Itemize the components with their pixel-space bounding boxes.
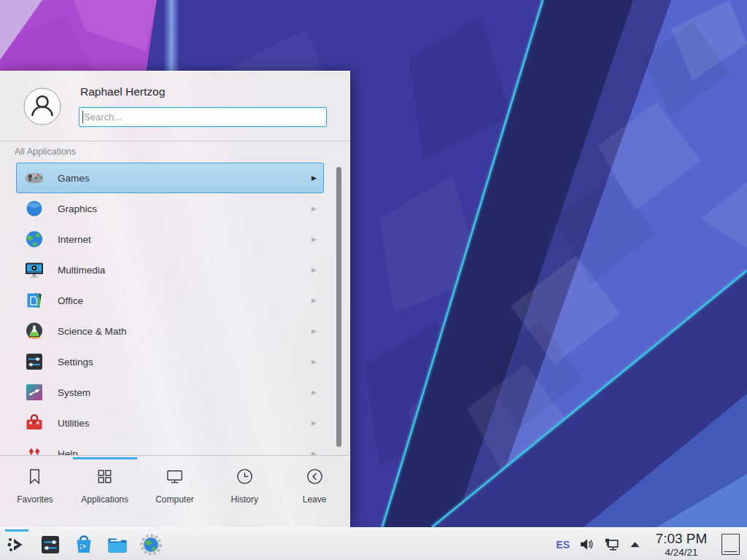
discover-icon [73, 534, 95, 556]
dolphin-icon [107, 534, 128, 556]
menu-item-office[interactable]: Office ▶ [16, 285, 324, 316]
taskbar-file-manager-button[interactable] [105, 532, 130, 557]
taskbar-application-launcher-button[interactable] [4, 532, 29, 557]
taskbar-web-browser-button[interactable] [139, 532, 163, 557]
favorites-icon [25, 467, 44, 489]
science-icon [24, 321, 44, 341]
submenu-arrow-icon: ▶ [311, 205, 317, 212]
menu-item-help[interactable]: Help ▶ [16, 438, 324, 456]
applications-icon [95, 467, 115, 489]
user-name: Raphael Hertzog [80, 85, 165, 98]
submenu-arrow-icon: ▶ [311, 266, 317, 273]
clock[interactable]: 7:03 PM 4/24/21 [650, 532, 713, 558]
submenu-arrow-icon: ▶ [311, 327, 317, 335]
search-input[interactable] [79, 107, 327, 127]
help-icon [24, 443, 44, 456]
history-icon [235, 467, 255, 489]
office-icon [24, 290, 44, 311]
tab-label: Applications [81, 494, 128, 505]
utilities-icon [24, 413, 44, 433]
menu-item-games[interactable]: Games ▶ [16, 163, 324, 193]
show-desktop-button[interactable] [721, 534, 740, 555]
computer-icon [165, 467, 185, 489]
user-avatar-icon [23, 88, 61, 125]
clock-date: 4/24/21 [650, 548, 713, 558]
taskbar: ES [0, 527, 747, 560]
settings-icon [24, 351, 44, 372]
taskbar-system-settings-button[interactable] [38, 532, 63, 557]
menu-item-label: Games [58, 173, 311, 184]
menu-item-system[interactable]: System ▶ [16, 377, 324, 408]
system-icon [24, 382, 44, 402]
submenu-arrow-icon: ▶ [311, 236, 317, 243]
network-icon[interactable] [604, 537, 620, 552]
taskbar-discover-button[interactable] [71, 532, 96, 557]
menu-item-label: Graphics [58, 203, 311, 214]
launcher-header: Raphael Hertzog [0, 71, 349, 141]
menu-item-label: Utilities [58, 418, 311, 429]
submenu-arrow-icon: ▶ [311, 358, 317, 365]
clock-time: 7:03 PM [650, 532, 713, 545]
submenu-arrow-icon: ▶ [311, 174, 317, 182]
menu-item-internet[interactable]: Internet ▶ [16, 224, 324, 254]
launcher-tab-bar: Favorites Applications Computer History … [0, 455, 349, 527]
kde-launcher-icon [6, 534, 28, 556]
text-cursor [82, 111, 83, 123]
tab-label: Computer [155, 494, 194, 505]
menu-item-label: Office [58, 295, 311, 306]
games-icon [24, 168, 44, 188]
active-tab-indicator [73, 457, 137, 459]
taskbar-app-icons [4, 528, 172, 560]
tab-applications[interactable]: Applications [70, 456, 140, 527]
user-avatar[interactable] [23, 88, 61, 125]
keyboard-layout-indicator[interactable]: ES [556, 539, 570, 551]
application-launcher-menu: Raphael Hertzog All Applications Games ▶… [0, 71, 350, 527]
menu-item-utilities[interactable]: Utilities ▶ [16, 408, 324, 438]
system-settings-icon [39, 534, 61, 556]
multimedia-icon [24, 260, 44, 280]
menu-item-multimedia[interactable]: Multimedia ▶ [16, 254, 324, 285]
menu-item-label: System [58, 387, 311, 398]
menu-item-label: Science & Math [58, 326, 311, 337]
menu-item-graphics[interactable]: Graphics ▶ [16, 193, 324, 224]
tab-computer[interactable]: Computer [140, 456, 210, 527]
submenu-arrow-icon: ▶ [311, 419, 317, 427]
menu-item-settings[interactable]: Settings ▶ [16, 346, 324, 377]
tab-label: History [231, 494, 258, 505]
volume-icon[interactable] [579, 537, 595, 551]
tab-leave[interactable]: Leave [279, 456, 349, 527]
system-tray: ES [556, 528, 747, 560]
graphics-icon [24, 198, 44, 219]
tab-favorites[interactable]: Favorites [0, 456, 70, 527]
tab-label: Leave [303, 494, 327, 505]
category-list: Games ▶ Graphics ▶ Internet ▶ Multimedia… [0, 163, 350, 456]
expand-tray-icon[interactable] [630, 540, 640, 548]
scrollbar-thumb[interactable] [336, 167, 341, 447]
submenu-arrow-icon: ▶ [311, 297, 317, 304]
section-label: All Applications [15, 147, 76, 157]
tab-label: Favorites [17, 494, 53, 505]
tab-history[interactable]: History [209, 456, 279, 527]
menu-item-label: Internet [58, 234, 311, 245]
internet-icon [24, 229, 44, 249]
submenu-arrow-icon: ▶ [311, 389, 317, 396]
leave-icon [305, 467, 325, 489]
menu-item-label: Settings [58, 357, 311, 368]
desktop: Raphael Hertzog All Applications Games ▶… [0, 0, 747, 560]
active-app-indicator [5, 529, 28, 532]
globe-browser-icon [140, 534, 162, 556]
menu-item-label: Multimedia [58, 265, 311, 276]
menu-item-science-math[interactable]: Science & Math ▶ [16, 316, 324, 346]
